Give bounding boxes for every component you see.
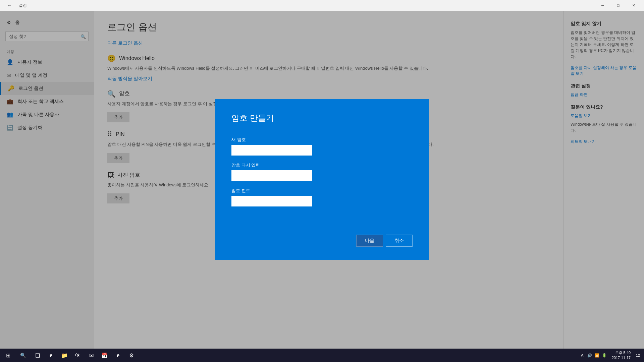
taskbar-app-edge[interactable]: e [44,349,58,362]
cancel-button[interactable]: 취소 [386,235,413,247]
systray-speaker[interactable]: 🔊 [586,352,593,359]
show-desktop-button[interactable]: 12 [635,352,641,359]
taskbar: ⊞ 🔍 ❑ e 📁 🛍 ✉ 📅 e ⚙ A 🔊 📶 🔋 오후 5:40 2017… [0,349,644,362]
taskbar-date: 2017-11-17 [612,355,631,360]
taskbar-app-settings[interactable]: ⚙ [125,349,138,362]
close-button[interactable]: ✕ [626,0,641,11]
taskbar-app-taskview[interactable]: ❑ [31,349,44,362]
taskbar-apps: ❑ e 📁 🛍 ✉ 📅 e ⚙ [30,349,576,362]
title-bar-title: 설정 [19,3,27,8]
title-bar-left: ← 설정 [3,0,27,11]
taskbar-time: 오후 5:40 [612,350,631,355]
systray-ime[interactable]: A [579,352,586,359]
hint-field: 암호 힌트 [231,188,413,206]
confirm-password-input[interactable] [231,170,312,181]
title-bar-controls: ─ □ ✕ [595,0,641,11]
modal-dialog: 암호 만들기 새 암호 암호 다시 입력 암호 힌트 다음 취소 [215,99,429,260]
modal-title: 암호 만들기 [231,113,413,123]
taskbar-app-calendar[interactable]: 📅 [98,349,111,362]
hint-label: 암호 힌트 [231,188,413,194]
taskbar-app-mail[interactable]: ✉ [85,349,98,362]
restore-button[interactable]: □ [610,0,626,11]
back-button[interactable]: ← [3,0,16,11]
title-bar: ← 설정 ─ □ ✕ [0,0,644,11]
confirm-password-field: 암호 다시 입력 [231,162,413,181]
systray-battery[interactable]: 🔋 [601,352,608,359]
new-password-field: 새 암호 [231,137,413,156]
systray-network[interactable]: 📶 [594,352,600,359]
taskbar-app-store[interactable]: 🛍 [71,349,85,362]
new-password-label: 새 암호 [231,137,413,143]
hint-input[interactable] [231,196,312,206]
taskbar-app-edge2[interactable]: e [111,349,125,362]
new-password-input[interactable] [231,145,312,156]
next-button[interactable]: 다음 [356,235,383,247]
taskbar-search-button[interactable]: 🔍 [16,349,30,362]
modal-overlay: 암호 만들기 새 암호 암호 다시 입력 암호 힌트 다음 취소 [0,11,644,349]
taskbar-app-explorer[interactable]: 📁 [58,349,71,362]
taskbar-right: A 🔊 📶 🔋 오후 5:40 2017-11-17 12 [576,350,644,361]
systray: A 🔊 📶 🔋 [579,352,608,359]
taskbar-clock[interactable]: 오후 5:40 2017-11-17 [609,350,633,361]
start-button[interactable]: ⊞ [0,349,16,362]
minimize-button[interactable]: ─ [595,0,610,11]
modal-buttons: 다음 취소 [231,221,413,247]
confirm-password-label: 암호 다시 입력 [231,162,413,168]
